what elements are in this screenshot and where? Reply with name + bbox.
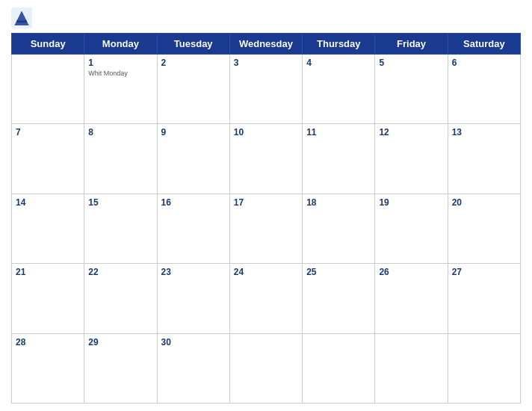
svg-rect-3: [16, 21, 27, 23]
calendar-day-cell: 25: [303, 264, 375, 333]
calendar-day-cell: 10: [229, 124, 302, 194]
calendar-week-row: 1Whit Monday23456: [12, 55, 521, 124]
calendar-day-cell: 20: [448, 194, 520, 263]
calendar-day-cell: 3: [229, 55, 302, 124]
calendar-day-cell: 8: [84, 124, 157, 194]
day-number: 14: [16, 197, 80, 208]
day-number: 12: [379, 127, 443, 137]
calendar-day-cell: 27: [448, 264, 520, 333]
calendar-day-cell: 19: [375, 194, 448, 263]
calendar-week-row: 78910111213: [12, 124, 521, 194]
calendar-day-cell: 7: [12, 124, 84, 194]
day-number: 8: [88, 127, 152, 137]
day-number: 28: [16, 337, 80, 347]
day-number: 23: [161, 267, 226, 277]
day-number: 26: [379, 267, 443, 277]
day-number: 2: [161, 58, 226, 68]
day-number: 16: [161, 197, 226, 208]
holiday-label: Whit Monday: [88, 69, 152, 78]
col-saturday: Saturday: [448, 34, 520, 55]
day-number: 25: [306, 267, 371, 277]
col-thursday: Thursday: [303, 34, 375, 55]
day-number: 30: [161, 337, 226, 347]
col-monday: Monday: [84, 34, 157, 55]
day-number: 6: [452, 58, 516, 68]
calendar-day-cell: 15: [84, 194, 157, 263]
col-friday: Friday: [375, 34, 448, 55]
calendar-header-row: Sunday Monday Tuesday Wednesday Thursday…: [12, 34, 521, 55]
calendar-day-cell: 12: [375, 124, 448, 194]
calendar-week-row: 282930: [12, 333, 521, 403]
day-number: 7: [16, 127, 80, 137]
day-number: 11: [306, 127, 371, 137]
day-number: 27: [452, 267, 516, 277]
day-number: 29: [88, 337, 152, 347]
calendar-day-cell: [229, 333, 302, 403]
logo: [11, 7, 35, 28]
day-number: 13: [452, 127, 516, 137]
calendar-day-cell: 24: [229, 264, 302, 333]
generalblue-logo-icon: [11, 7, 32, 28]
calendar-day-cell: 13: [448, 124, 520, 194]
calendar-day-cell: 23: [157, 264, 229, 333]
day-number: 19: [379, 197, 443, 208]
calendar-day-cell: 30: [157, 333, 229, 403]
calendar-day-cell: 14: [12, 194, 84, 263]
calendar-day-cell: 6: [448, 55, 520, 124]
calendar-day-cell: 1Whit Monday: [84, 55, 157, 124]
calendar-day-cell: [448, 333, 520, 403]
calendar-day-cell: 17: [229, 194, 302, 263]
calendar-day-cell: [375, 333, 448, 403]
day-number: 9: [161, 127, 226, 137]
day-number: 1: [88, 58, 152, 68]
calendar-table: Sunday Monday Tuesday Wednesday Thursday…: [11, 33, 521, 404]
col-wednesday: Wednesday: [229, 34, 302, 55]
day-number: 15: [88, 197, 152, 208]
calendar-day-cell: 22: [84, 264, 157, 333]
calendar-day-cell: [12, 55, 84, 124]
day-number: 17: [234, 197, 298, 208]
day-number: 22: [88, 267, 152, 277]
day-number: 10: [234, 127, 298, 137]
day-number: 18: [306, 197, 371, 208]
calendar-day-cell: 28: [12, 333, 84, 403]
calendar-day-cell: [303, 333, 375, 403]
day-number: 3: [234, 58, 298, 68]
day-number: 24: [234, 267, 298, 277]
calendar-day-cell: 5: [375, 55, 448, 124]
day-number: 5: [379, 58, 443, 68]
calendar-day-cell: 11: [303, 124, 375, 194]
calendar-week-row: 14151617181920: [12, 194, 521, 263]
col-sunday: Sunday: [12, 34, 84, 55]
calendar-week-row: 21222324252627: [12, 264, 521, 333]
calendar-day-cell: 26: [375, 264, 448, 333]
col-tuesday: Tuesday: [157, 34, 229, 55]
calendar-day-cell: 29: [84, 333, 157, 403]
day-number: 21: [16, 267, 80, 277]
calendar-day-cell: 4: [303, 55, 375, 124]
calendar-day-cell: 18: [303, 194, 375, 263]
calendar-day-cell: 9: [157, 124, 229, 194]
header: [11, 7, 521, 28]
day-number: 20: [452, 197, 516, 208]
calendar-day-cell: 2: [157, 55, 229, 124]
day-number: 4: [306, 58, 371, 68]
calendar-page: Sunday Monday Tuesday Wednesday Thursday…: [0, 0, 532, 411]
calendar-day-cell: 21: [12, 264, 84, 333]
calendar-day-cell: 16: [157, 194, 229, 263]
